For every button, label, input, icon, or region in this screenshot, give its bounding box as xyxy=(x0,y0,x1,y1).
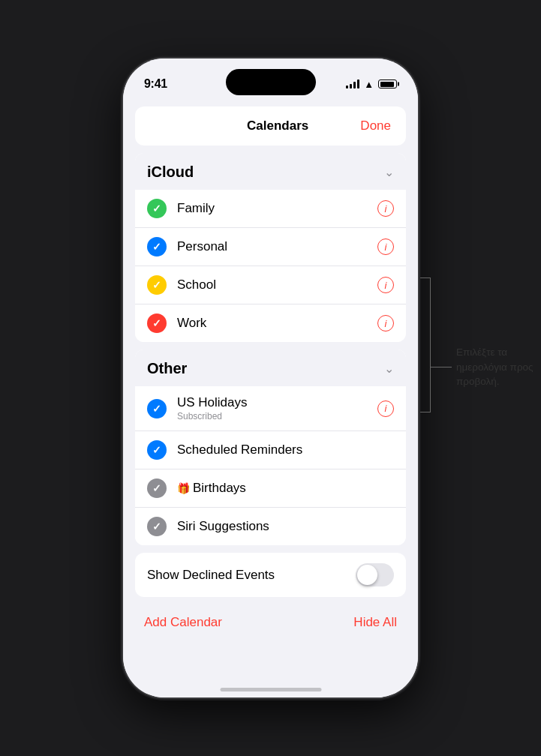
school-check: ✓ xyxy=(147,275,167,295)
family-info-button[interactable]: i xyxy=(377,200,394,217)
family-check: ✓ xyxy=(147,199,167,218)
wifi-icon: ▲ xyxy=(364,79,374,90)
work-info-button[interactable]: i xyxy=(377,315,394,332)
list-item[interactable]: ✓ Work i xyxy=(135,304,406,342)
home-indicator xyxy=(220,688,321,692)
other-chevron-icon: ⌄ xyxy=(384,362,394,376)
icloud-title: iCloud xyxy=(147,164,194,181)
list-item[interactable]: ✓ School i xyxy=(135,266,406,304)
icloud-chevron-icon: ⌄ xyxy=(384,165,394,179)
gift-icon: 🎁 xyxy=(177,482,190,494)
battery-icon xyxy=(378,80,397,88)
modal-header-section: Calendars Done xyxy=(135,106,406,146)
work-label: Work xyxy=(177,316,206,330)
us-holidays-check: ✓ xyxy=(147,399,167,418)
other-section: Other ⌄ ✓ US Holidays Subscribed i xyxy=(135,350,406,545)
bottom-actions: Add Calendar Hide All xyxy=(123,604,418,640)
personal-label: Personal xyxy=(177,239,227,254)
annotation: Επιλέξτε τα ημερολόγια προς προβολή. xyxy=(420,240,534,412)
declined-events-section: Show Declined Events xyxy=(135,553,406,597)
birthdays-label: Birthdays xyxy=(193,481,246,496)
birthdays-check: ✓ xyxy=(147,478,167,498)
done-button[interactable]: Done xyxy=(360,118,391,134)
status-bar: 9:41 ▲ xyxy=(123,58,418,99)
list-item[interactable]: ✓ Scheduled Reminders xyxy=(135,431,406,470)
other-title: Other xyxy=(147,360,187,377)
siri-check: ✓ xyxy=(147,517,167,536)
modal-title: Calendars xyxy=(195,118,360,134)
dynamic-island xyxy=(226,69,316,95)
list-item[interactable]: ✓ 🎁 Birthdays xyxy=(135,470,406,508)
icloud-section-header[interactable]: iCloud ⌄ xyxy=(135,153,406,190)
personal-check: ✓ xyxy=(147,237,167,256)
reminders-label: Scheduled Reminders xyxy=(177,442,302,457)
siri-label: Siri Suggestions xyxy=(177,519,269,533)
annotation-text: Επιλέξτε τα ημερολόγια προς προβολή. xyxy=(452,345,534,389)
add-calendar-button[interactable]: Add Calendar xyxy=(144,615,222,630)
modal-header: Calendars Done xyxy=(135,106,406,146)
school-label: School xyxy=(177,278,216,292)
reminders-check: ✓ xyxy=(147,440,167,460)
us-holidays-info-button[interactable]: i xyxy=(377,400,394,417)
work-check: ✓ xyxy=(147,314,167,333)
personal-info-button[interactable]: i xyxy=(377,238,394,255)
list-item[interactable]: ✓ US Holidays Subscribed i xyxy=(135,386,406,431)
declined-events-label: Show Declined Events xyxy=(147,568,275,583)
other-section-header[interactable]: Other ⌄ xyxy=(135,350,406,386)
family-label: Family xyxy=(177,201,215,215)
list-item[interactable]: ✓ Siri Suggestions xyxy=(135,508,406,545)
us-holidays-label: US Holidays xyxy=(177,395,248,410)
list-item[interactable]: ✓ Family i xyxy=(135,190,406,228)
toggle-knob xyxy=(357,565,377,585)
list-item[interactable]: ✓ Personal i xyxy=(135,228,406,266)
phone-frame: 9:41 ▲ Calendars xyxy=(123,58,418,698)
icloud-section: iCloud ⌄ ✓ Family i xyxy=(135,153,406,342)
declined-events-toggle[interactable] xyxy=(356,563,394,586)
status-time: 9:41 xyxy=(144,77,167,91)
hide-all-button[interactable]: Hide All xyxy=(353,615,397,630)
status-icons: ▲ xyxy=(346,79,397,90)
us-holidays-sublabel: Subscribed xyxy=(177,411,370,422)
screen-content: Calendars Done iCloud ⌄ ✓ Family xyxy=(123,99,418,698)
signal-icon xyxy=(346,80,359,88)
school-info-button[interactable]: i xyxy=(377,277,394,293)
